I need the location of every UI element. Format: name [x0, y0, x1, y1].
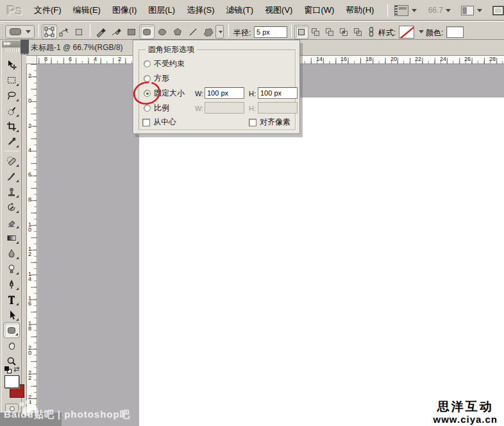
move-tool[interactable] [4, 57, 19, 72]
chevron-down-icon[interactable] [419, 30, 424, 33]
vruler-number: 18 [28, 321, 33, 331]
chevron-down-icon [412, 9, 417, 12]
zoom-level-value[interactable]: 66.7 [428, 6, 443, 15]
menu-item-0[interactable]: 文件(F) [28, 2, 67, 19]
pen-tool[interactable] [4, 277, 19, 291]
hruler-number: 4 [94, 56, 97, 62]
style-swatch-no-style[interactable] [399, 26, 414, 38]
freeform-pen-tool-button[interactable] [109, 25, 123, 38]
geometry-options-dropdown-button[interactable] [215, 25, 224, 38]
fixed-height-input[interactable] [258, 87, 298, 99]
tool-preset-picker[interactable] [5, 25, 35, 38]
crop-icon [6, 121, 17, 132]
workspace-button[interactable] [458, 4, 485, 17]
type-tool[interactable] [4, 292, 19, 307]
quick-selection-tool[interactable] [4, 103, 19, 118]
menu-item-8[interactable]: 帮助(H) [340, 2, 380, 19]
rounded-rect-preset-icon [9, 28, 22, 36]
line-tool-button[interactable] [186, 25, 200, 38]
type-icon [6, 294, 17, 305]
intersect-shape-areas-button[interactable] [337, 26, 350, 38]
add-to-shape-area-button[interactable] [309, 26, 322, 38]
hand-tool[interactable] [4, 338, 19, 353]
path-selection-tool[interactable] [4, 307, 19, 322]
polygon-tool-button[interactable] [171, 25, 185, 38]
foreground-color-swatch[interactable] [4, 375, 19, 388]
fixed-height-label: H: [249, 90, 256, 98]
crop-tool[interactable] [4, 119, 19, 133]
eyedropper-tool[interactable] [4, 134, 19, 149]
radius-input[interactable] [254, 26, 287, 38]
spot-healing-brush-tool[interactable] [4, 153, 19, 168]
history-brush-tool[interactable] [4, 200, 19, 214]
screen-mode-icon [492, 6, 504, 15]
menu-item-3[interactable]: 图层(L) [142, 2, 181, 19]
chevron-down-icon [26, 30, 31, 33]
lasso-icon [6, 90, 17, 101]
hruler-number: 28 [489, 56, 496, 62]
ellipse-tool-button[interactable] [155, 25, 169, 38]
toolbox-collapse-header[interactable]: ▶▶ [2, 40, 21, 47]
paths-icon [59, 27, 69, 37]
menu-item-6[interactable]: 视图(V) [259, 2, 298, 19]
custom-shape-tool-button[interactable] [201, 25, 215, 38]
paths-mode-button[interactable] [57, 25, 71, 38]
menu-item-7[interactable]: 窗口(W) [298, 2, 340, 19]
lasso-tool[interactable] [4, 88, 19, 103]
radio-label: 不受约束 [154, 58, 185, 69]
gradient-tool[interactable] [4, 230, 19, 245]
hruler-number: 18 [365, 56, 372, 62]
separator [38, 24, 39, 37]
subtract-from-shape-area-button[interactable] [323, 26, 336, 38]
rectangle-tool-button[interactable] [124, 25, 139, 38]
rounded-rectangle-tool-button[interactable] [140, 25, 154, 38]
exclude-overlapping-shape-areas-button[interactable] [351, 26, 364, 38]
shape-color-swatch[interactable] [446, 26, 464, 38]
fixed-width-input[interactable] [205, 87, 244, 99]
checkbox-snap-to-pixels[interactable]: 对齐像素 [249, 117, 290, 128]
vruler-number: 2 [28, 123, 33, 128]
options-bar-grip[interactable] [1, 24, 4, 38]
menu-item-2[interactable]: 图像(I) [106, 2, 142, 19]
freeform-pen-icon [111, 27, 121, 37]
eraser-icon [6, 217, 17, 228]
swap-colors-icon[interactable]: ⇄ [13, 365, 19, 373]
default-colors-control[interactable]: ⇄ [4, 366, 21, 375]
menu-item-4[interactable]: 选择(S) [181, 2, 220, 19]
checkbox[interactable] [249, 119, 256, 126]
clone-stamp-tool[interactable] [4, 184, 19, 199]
chevron-down-icon[interactable] [446, 9, 451, 12]
rectangular-marquee-tool[interactable] [4, 72, 19, 87]
rounded-rectangle-tool[interactable] [4, 323, 19, 337]
document-canvas[interactable] [139, 98, 504, 426]
fill-pixels-mode-button[interactable] [72, 25, 86, 38]
create-new-shape-layer-button[interactable] [295, 26, 308, 38]
radio-button[interactable] [144, 60, 151, 67]
separator [291, 24, 292, 37]
menu-item-1[interactable]: 编辑(E) [67, 2, 106, 19]
radio-unconstrained[interactable]: 不受约束 [144, 58, 185, 69]
pen-tool-button[interactable] [94, 25, 108, 38]
checkbox[interactable] [142, 119, 150, 126]
photoshop-window: Ps 文件(F)编辑(E)图像(I)图层(L)选择(S)滤镜(T)视图(V)窗口… [0, 0, 504, 426]
checkbox-from-center[interactable]: 从中心 [142, 117, 176, 128]
prop-height-label: H: [249, 105, 256, 112]
vruler-number: 20 [28, 345, 33, 355]
blur-tool[interactable] [4, 246, 19, 260]
brush-tool[interactable] [4, 169, 19, 183]
dodge-tool[interactable] [4, 261, 19, 276]
screen-mode-button[interactable] [490, 4, 504, 17]
ruler-corner-box [26, 55, 37, 64]
shape-layers-mode-button[interactable] [42, 25, 56, 38]
menu-item-5[interactable]: 滤镜(T) [220, 2, 259, 19]
launch-bridge-button[interactable] [392, 4, 419, 17]
eraser-tool[interactable] [4, 215, 19, 230]
link-button[interactable] [368, 26, 374, 37]
menu-items: 文件(F)编辑(E)图像(I)图层(L)选择(S)滤镜(T)视图(V)窗口(W)… [28, 2, 380, 19]
quick-selection-icon [6, 106, 17, 116]
vruler-number: 22 [28, 370, 33, 380]
vertical-ruler[interactable]: 202468101214161820222426 [26, 64, 37, 426]
intersect-shape-icon [339, 28, 348, 37]
toolbox-grip[interactable] [4, 49, 19, 52]
vruler-number: 16 [28, 296, 33, 306]
